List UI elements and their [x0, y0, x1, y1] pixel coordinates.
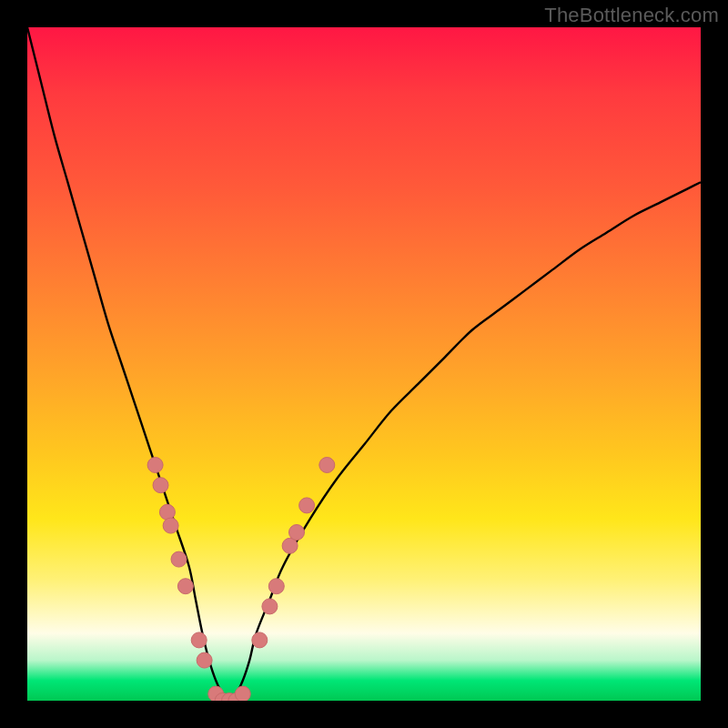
plot-area [27, 27, 701, 701]
outer-frame: TheBottleneck.com [0, 0, 728, 728]
watermark-text: TheBottleneck.com [544, 4, 719, 27]
